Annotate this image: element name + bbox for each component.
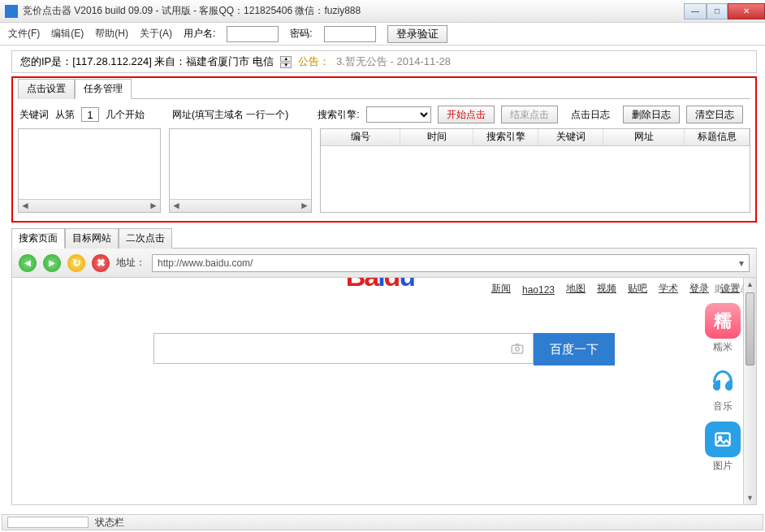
vertical-scrollbar[interactable]: ▲ ▼ (743, 278, 756, 504)
status-bar: 状态栏 (2, 514, 763, 530)
scroll-up-icon[interactable]: ▲ (744, 278, 756, 291)
info-strip: 您的IP是：[117.28.112.224] 来自：福建省厦门市 电信 ▲▼ 公… (11, 50, 757, 73)
svg-rect-0 (512, 345, 523, 353)
back-icon[interactable]: ◄ (19, 254, 37, 272)
scroll-down-icon[interactable]: ▼ (744, 491, 756, 504)
close-button[interactable]: ✕ (728, 3, 765, 19)
spinner-control[interactable]: ▲▼ (280, 56, 292, 68)
status-label: 状态栏 (95, 516, 124, 530)
tab-task-management[interactable]: 任务管理 (75, 79, 132, 99)
address-url: http://www.baidu.com/ (158, 257, 253, 269)
lists-row: ◄► ◄► 编号 时间 搜索引擎 关键词 网址 标题信息 (18, 128, 750, 213)
col-title[interactable]: 标题信息 (685, 129, 750, 145)
from-number-input[interactable] (81, 107, 99, 122)
tab-target-site[interactable]: 目标网站 (65, 228, 119, 249)
control-row: 关键词 从第 几个开始 网址(填写主域名 一行一个) 搜索引擎: 开始点击 结束… (18, 99, 750, 128)
browser-tabs: 搜索页面 目标网站 二次点击 (11, 227, 757, 249)
progress-segment (7, 517, 89, 528)
search-row: 百度一下 (12, 333, 756, 365)
tab-search-page[interactable]: 搜索页面 (11, 228, 65, 249)
announce-label: 公告： (298, 54, 330, 69)
tab-click-settings[interactable]: 点击设置 (18, 79, 75, 99)
col-keyword[interactable]: 关键词 (538, 129, 603, 145)
menu-edit[interactable]: 编辑(E) (51, 27, 84, 41)
click-log-label: 点击日志 (571, 108, 610, 122)
music-label: 音乐 (713, 400, 733, 413)
task-panel: 点击设置 任务管理 关键词 从第 几个开始 网址(填写主域名 一行一个) 搜索引… (11, 76, 757, 223)
toplink[interactable]: 贴吧 (628, 282, 647, 296)
toplink[interactable]: 学术 (659, 282, 678, 296)
browser-viewport: Baidu 新闻 hao123 地图 视频 贴吧 学术 登录 设置 百度一下 更… (11, 278, 757, 505)
ip-info: 您的IP是：[117.28.112.224] 来自：福建省厦门市 电信 (20, 54, 274, 69)
from-label: 从第 (55, 108, 75, 122)
pic-icon (705, 422, 741, 457)
camera-icon[interactable] (510, 341, 525, 356)
nuomi-label: 糯米 (713, 340, 733, 354)
maximize-button[interactable]: □ (707, 3, 728, 19)
nuomi-icon: 糯 (705, 303, 741, 339)
col-url[interactable]: 网址 (603, 129, 685, 145)
url-list[interactable]: ◄► (169, 128, 312, 213)
delete-log-button[interactable]: 删除日志 (623, 106, 680, 123)
clear-log-button[interactable]: 清空日志 (686, 106, 743, 123)
baidu-logo: Baidu (346, 278, 414, 292)
toplink[interactable]: 视频 (597, 282, 616, 296)
toplink[interactable]: 新闻 (491, 282, 511, 296)
menu-about[interactable]: 关于(A) (140, 27, 172, 41)
refresh-icon[interactable]: ↻ (67, 254, 85, 272)
announce-text: 3.暂无公告 - 2014-11-28 (336, 54, 451, 69)
search-input[interactable] (153, 333, 534, 364)
col-time[interactable]: 时间 (400, 129, 473, 145)
log-table[interactable]: 编号 时间 搜索引擎 关键词 网址 标题信息 (320, 128, 750, 213)
table-header-row: 编号 时间 搜索引擎 关键词 网址 标题信息 (321, 129, 750, 145)
col-id[interactable]: 编号 (321, 129, 400, 145)
title-bar: 竞价点击器 V2016 build 09.09 - 试用版 - 客服QQ：121… (0, 0, 765, 23)
from-suffix: 几个开始 (106, 108, 145, 122)
address-dropdown-icon[interactable]: ▾ (739, 257, 744, 269)
side-item-nuomi[interactable]: 糯 糯米 (705, 303, 741, 354)
address-bar[interactable]: http://www.baidu.com/ ▾ (152, 254, 750, 272)
hscroll[interactable]: ◄► (170, 199, 311, 212)
stop-icon[interactable]: ✖ (92, 254, 110, 272)
browser-toolbar: ◄ ► ↻ ✖ 地址： http://www.baidu.com/ ▾ (11, 249, 757, 278)
keyword-label: 关键词 (19, 108, 49, 122)
search-button[interactable]: 百度一下 (534, 333, 615, 365)
pic-label: 图片 (713, 459, 733, 473)
engine-select[interactable] (366, 106, 431, 123)
menu-file[interactable]: 文件(F) (8, 27, 40, 41)
minimize-button[interactable]: — (684, 3, 707, 19)
col-engine[interactable]: 搜索引擎 (473, 129, 538, 145)
app-icon (5, 5, 18, 18)
engine-label: 搜索引擎: (318, 108, 359, 122)
password-input[interactable] (324, 26, 376, 42)
url-label: 网址(填写主域名 一行一个) (172, 108, 288, 122)
menu-bar: 文件(F) 编辑(E) 帮助(H) 关于(A) 用户名: 密码: 登录验证 (0, 23, 765, 45)
music-icon (705, 362, 741, 398)
forward-icon[interactable]: ► (43, 254, 61, 272)
side-item-pic[interactable]: 图片 (705, 422, 741, 473)
username-input[interactable] (227, 26, 279, 42)
start-click-button[interactable]: 开始点击 (438, 106, 495, 123)
window-title: 竞价点击器 V2016 build 09.09 - 试用版 - 客服QQ：121… (23, 4, 684, 18)
username-label: 用户名: (184, 27, 215, 41)
svg-point-1 (516, 348, 520, 352)
side-item-music[interactable]: 音乐 (705, 362, 741, 413)
svg-rect-2 (715, 433, 729, 445)
tab-second-click[interactable]: 二次点击 (119, 228, 172, 249)
address-label: 地址： (116, 256, 145, 270)
toplink[interactable]: 地图 (566, 282, 586, 296)
scroll-thumb[interactable] (746, 292, 754, 365)
password-label: 密码: (290, 27, 312, 41)
toplink[interactable]: hao123 (522, 284, 555, 296)
login-button[interactable]: 登录验证 (387, 25, 447, 43)
window-controls: — □ ✕ (684, 3, 765, 19)
menu-help[interactable]: 帮助(H) (95, 27, 128, 41)
end-click-button[interactable]: 结束点击 (501, 106, 558, 123)
upper-tabs: 点击设置 任务管理 (18, 78, 750, 99)
keyword-list[interactable]: ◄► (18, 128, 161, 213)
hscroll[interactable]: ◄► (19, 199, 160, 212)
